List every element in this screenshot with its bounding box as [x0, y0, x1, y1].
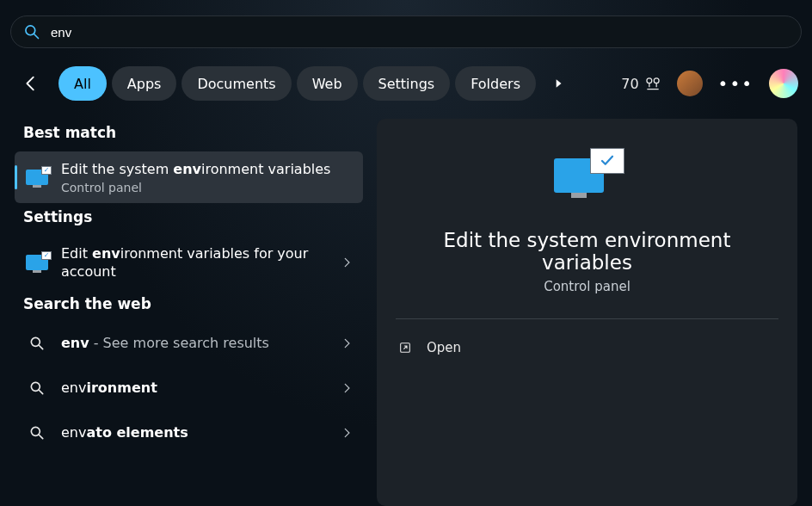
- svg-line-7: [40, 390, 43, 393]
- chevron-right-icon: [341, 382, 353, 394]
- result-title: environment: [61, 379, 341, 398]
- result-title: Edit environment variables for your acco…: [61, 244, 341, 281]
- filter-tab-settings[interactable]: Settings: [363, 66, 451, 101]
- best-match-result[interactable]: ✓ Edit the system environment variables …: [15, 151, 363, 203]
- section-best-match: Best match: [23, 124, 354, 141]
- filter-tab-folders[interactable]: Folders: [455, 66, 536, 101]
- search-icon: [23, 23, 40, 40]
- detail-title: Edit the system environment variables: [396, 229, 778, 274]
- control-panel-icon: ✓: [25, 250, 49, 275]
- web-result[interactable]: env - See more search results: [15, 323, 363, 364]
- chevron-right-icon: [341, 337, 353, 349]
- copilot-icon[interactable]: [769, 69, 798, 98]
- svg-point-8: [31, 427, 40, 435]
- more-button[interactable]: •••: [718, 73, 754, 94]
- search-icon: [25, 331, 49, 355]
- svg-point-3: [654, 78, 659, 83]
- svg-point-6: [31, 382, 40, 391]
- detail-pane: Edit the system environment variables Co…: [377, 119, 797, 506]
- svg-line-9: [40, 435, 43, 438]
- filter-tab-web[interactable]: Web: [297, 66, 358, 101]
- search-icon: [25, 421, 49, 445]
- results-pane: Best match ✓ Edit the system environment…: [15, 119, 363, 506]
- filter-tab-apps[interactable]: Apps: [112, 66, 177, 101]
- filter-row: All Apps Documents Web Settings Folders …: [14, 65, 798, 102]
- section-settings: Settings: [23, 208, 354, 225]
- filter-scroll-right[interactable]: [545, 66, 571, 101]
- result-title: env - See more search results: [61, 334, 341, 353]
- rewards-points[interactable]: 70: [621, 75, 661, 92]
- web-result[interactable]: envato elements: [15, 412, 363, 454]
- result-subtitle: Control panel: [61, 181, 353, 194]
- svg-line-5: [40, 345, 43, 349]
- rewards-icon: [644, 75, 661, 92]
- result-title: envato elements: [61, 423, 341, 442]
- web-result[interactable]: environment: [15, 367, 363, 409]
- settings-result[interactable]: ✓ Edit environment variables for your ac…: [15, 236, 363, 290]
- search-icon: [25, 376, 49, 400]
- search-bar[interactable]: [10, 15, 802, 48]
- open-label: Open: [427, 340, 461, 355]
- section-web: Search the web: [23, 295, 354, 312]
- svg-line-1: [34, 34, 39, 39]
- divider: [396, 318, 778, 319]
- control-panel-icon: ✓: [25, 165, 49, 189]
- chevron-right-icon: [341, 256, 353, 268]
- filter-tab-all[interactable]: All: [58, 66, 107, 101]
- open-icon: [397, 340, 413, 355]
- open-action[interactable]: Open: [396, 335, 778, 361]
- points-value: 70: [621, 76, 638, 92]
- search-input[interactable]: [51, 25, 789, 40]
- user-avatar[interactable]: [677, 71, 703, 96]
- chevron-right-icon: [341, 427, 353, 439]
- filter-tab-documents[interactable]: Documents: [181, 66, 291, 101]
- content: Best match ✓ Edit the system environment…: [15, 119, 797, 506]
- detail-app-icon: [554, 151, 621, 210]
- filter-tabs: All Apps Documents Web Settings Folders …: [58, 66, 540, 101]
- result-title: Edit the system environment variables: [61, 160, 353, 179]
- header-right: 70 •••: [621, 69, 798, 98]
- back-button[interactable]: [14, 66, 48, 101]
- svg-point-4: [31, 337, 40, 346]
- svg-point-2: [647, 78, 652, 83]
- detail-subtitle: Control panel: [544, 279, 631, 294]
